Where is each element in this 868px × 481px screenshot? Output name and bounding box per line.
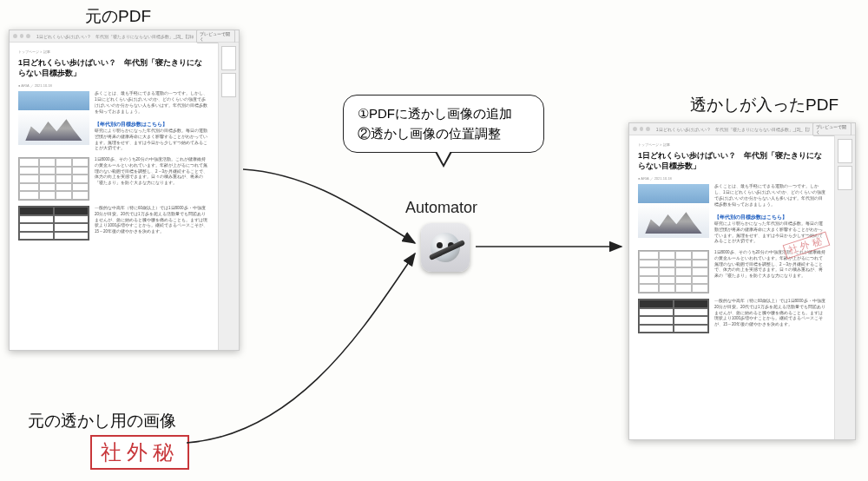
pdf-thumbnail-sidebar (218, 43, 239, 350)
pdf-thumbnail-sidebar (834, 135, 855, 439)
traffic-light-icon (26, 34, 30, 38)
article-table (18, 157, 89, 201)
article-table (638, 250, 709, 293)
preview-open-button[interactable]: プレビューで開く (196, 30, 235, 43)
article-paragraph: 1日8000歩、そのうち20分の中強度活動。これが健康維持の黄金ルールといわれて… (95, 157, 209, 201)
article-paragraph: 一般的な中高年（特に60歳以上）では1日8000歩・中強度20分が目安。20代で… (95, 206, 209, 240)
doc-meta: トップページ > 記事 (638, 142, 825, 147)
traffic-light-icon (646, 127, 650, 131)
pdf-page: トップページ > 記事 1日どれくらい歩けばいい？ 年代別「寝たきりにならない目… (629, 135, 834, 439)
article-subhead: 【年代別の目標歩数はこちら】 (95, 122, 168, 127)
window-titlebar: 1日どれくらい歩けばいい？ 年代別「寝たきりにならない目標歩数」_[3]_【詳細… (10, 30, 239, 43)
doc-byline: ● ARIA ／ 2021.10.18 (18, 83, 209, 88)
article-paragraph: 一般的な中高年（特に60歳以上）では1日8000歩・中強度20分が目安。20代で… (714, 299, 825, 333)
speech-bubble: ①PDFに透かし画像の追加 ②透かし画像の位置調整 (343, 95, 544, 153)
pdf-page: トップページ > 記事 1日どれくらい歩けばいい？ 年代別「寝たきりにならない目… (10, 43, 218, 350)
bubble-line-2: ②透かし画像の位置調整 (358, 124, 529, 144)
stamp-image: 社外秘 (90, 435, 189, 470)
speech-bubble-tail-icon (435, 152, 452, 168)
page-thumbnail[interactable] (838, 166, 852, 190)
article-photo (638, 184, 709, 238)
page-thumbnail[interactable] (838, 139, 852, 163)
pdf-body: トップページ > 記事 1日どれくらい歩けばいい？ 年代別「寝たきりにならない目… (629, 135, 855, 439)
automator-app-icon (421, 223, 470, 272)
doc-headline: 1日どれくらい歩けばいい？ 年代別「寝たきりにならない目標歩数」 (638, 150, 825, 171)
traffic-light-icon (633, 127, 637, 131)
label-output-pdf: 透かしが入ったPDF (690, 94, 838, 116)
preview-open-button[interactable]: プレビューで開く (812, 122, 852, 136)
window-title: 1日どれくらい歩けばいい？ 年代別「寝たきりにならない目標歩数」_[3]_【詳細… (656, 127, 811, 132)
output-pdf-window: 1日どれくらい歩けばいい？ 年代別「寝たきりにならない目標歩数」_[3]_【詳細… (628, 122, 856, 440)
doc-meta: トップページ > 記事 (18, 49, 209, 54)
label-source-pdf: 元のPDF (85, 5, 151, 28)
article-table-dark (638, 299, 709, 333)
traffic-light-icon (20, 34, 24, 38)
automator-label: Automator (405, 199, 477, 217)
article-paragraph: 歩くことは、最も手軽にできる運動の一つです。しかし、1日にどれくらい歩けばいいの… (95, 91, 209, 152)
label-source-stamp: 元の透かし用の画像 (28, 410, 176, 432)
window-title: 1日どれくらい歩けばいい？ 年代別「寝たきりにならない目標歩数」_[3]_【詳細… (36, 34, 194, 39)
doc-byline: ● ARIA ／ 2021.10.18 (638, 176, 825, 181)
bubble-line-1: ①PDFに透かし画像の追加 (358, 104, 529, 124)
traffic-light-icon (13, 34, 17, 38)
article-table-dark (18, 206, 89, 240)
traffic-light-icon (640, 127, 644, 131)
pdf-body: トップページ > 記事 1日どれくらい歩けばいい？ 年代別「寝たきりにならない目… (10, 43, 239, 350)
article-subhead: 【年代別の目標歩数はこちら】 (714, 214, 787, 220)
article-paragraph: 1日8000歩、そのうち20分の中強度活動。これが健康維持の黄金ルールといわれて… (714, 250, 825, 293)
window-titlebar: 1日どれくらい歩けばいい？ 年代別「寝たきりにならない目標歩数」_[3]_【詳細… (629, 123, 855, 135)
page-thumbnail[interactable] (221, 73, 236, 97)
source-pdf-window: 1日どれくらい歩けばいい？ 年代別「寝たきりにならない目標歩数」_[3]_【詳細… (9, 30, 240, 351)
doc-headline: 1日どれくらい歩けばいい？ 年代別「寝たきりにならない目標歩数」 (18, 57, 209, 78)
page-thumbnail[interactable] (221, 46, 236, 70)
arrow-source-to-automator (243, 169, 415, 243)
article-photo (18, 91, 89, 145)
